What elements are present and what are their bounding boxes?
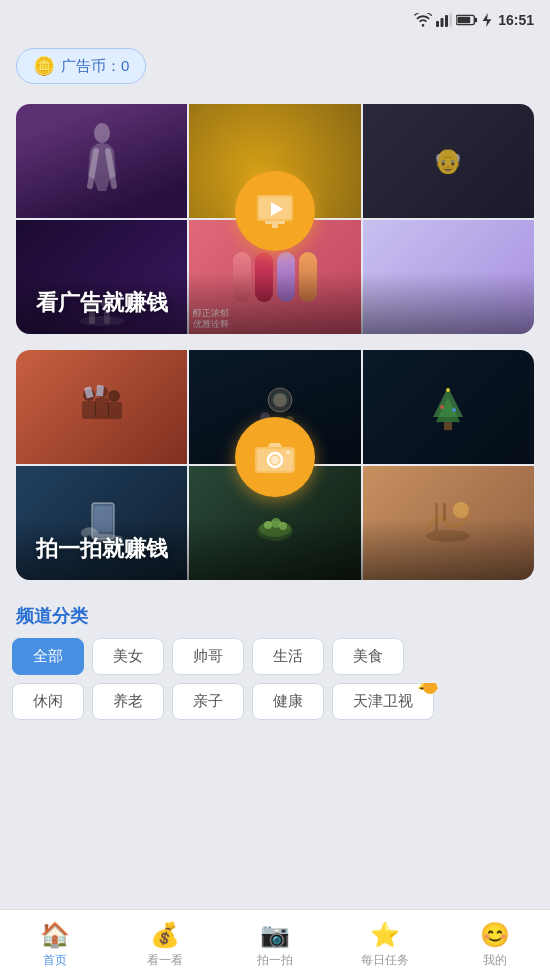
svg-point-28 <box>273 393 287 407</box>
svg-rect-22 <box>82 401 96 419</box>
svg-rect-33 <box>444 422 452 430</box>
filter-btn-handsome[interactable]: 帅哥 <box>172 638 244 675</box>
status-bar: 16:51 <box>0 0 550 40</box>
nav-item-photo[interactable]: 📷 拍一拍 <box>220 915 330 975</box>
svg-rect-52 <box>286 451 290 454</box>
coin-icon: 🪙 <box>33 55 55 77</box>
home-icon: 🏠 <box>40 921 70 949</box>
video-card-label: 看广告就赚钱 <box>16 272 534 334</box>
collage-cell-singer <box>16 104 187 218</box>
svg-rect-16 <box>265 221 285 224</box>
filter-btn-elderly[interactable]: 养老 <box>92 683 164 720</box>
coin-badge: 🪙 广告币：0 <box>16 48 146 84</box>
svg-rect-26 <box>96 385 104 397</box>
nav-label-home: 首页 <box>43 952 67 969</box>
svg-rect-17 <box>272 224 278 228</box>
mine-icon: 😊 <box>480 921 510 949</box>
camera-button[interactable] <box>235 417 315 497</box>
photo-cell-crowd <box>16 350 187 464</box>
filter-btn-life[interactable]: 生活 <box>252 638 324 675</box>
tv-icon <box>255 191 295 231</box>
wifi-icon <box>414 13 432 27</box>
filter-btn-tv[interactable]: 天津卫视 🔔 <box>332 683 434 720</box>
nav-item-home[interactable]: 🏠 首页 <box>0 915 110 975</box>
filter-btn-leisure[interactable]: 休闲 <box>12 683 84 720</box>
watch-icon: 💰 <box>150 921 180 949</box>
signal-icon <box>436 13 452 27</box>
svg-rect-1 <box>441 18 444 27</box>
nav-label-mine: 我的 <box>483 952 507 969</box>
svg-marker-7 <box>483 13 492 27</box>
nav-item-watch[interactable]: 💰 看一看 <box>110 915 220 975</box>
channel-section-title: 频道分类 <box>0 588 550 638</box>
filter-row-2: 休闲 养老 亲子 健康 天津卫视 🔔 <box>0 683 550 720</box>
app-container: 16:51 🪙 广告币：0 <box>0 0 550 808</box>
filter-btn-all[interactable]: 全部 <box>12 638 84 675</box>
nav-label-watch: 看一看 <box>147 952 183 969</box>
svg-point-34 <box>446 388 450 392</box>
filter-btn-family[interactable]: 亲子 <box>172 683 244 720</box>
battery-icon <box>456 14 478 26</box>
filter-btn-food[interactable]: 美食 <box>332 638 404 675</box>
svg-rect-6 <box>458 17 471 23</box>
photo-cell-xmas <box>363 350 534 464</box>
svg-point-45 <box>453 502 469 518</box>
notification-bell-icon: 🔔 <box>417 683 439 692</box>
daily-icon: ⭐ <box>370 921 400 949</box>
nav-item-mine[interactable]: 😊 我的 <box>440 915 550 975</box>
filter-btn-health[interactable]: 健康 <box>252 683 324 720</box>
charging-icon <box>482 13 492 27</box>
bottom-nav: 🏠 首页 💰 看一看 📷 拍一拍 ⭐ 每日任务 😊 我的 <box>0 909 550 979</box>
video-card[interactable]: 👴 <box>16 104 534 334</box>
svg-rect-2 <box>445 15 448 27</box>
photo-card-label: 拍一拍就赚钱 <box>16 518 534 580</box>
svg-rect-3 <box>450 13 453 27</box>
svg-rect-24 <box>108 402 122 419</box>
svg-rect-23 <box>95 398 109 419</box>
svg-rect-5 <box>475 18 477 23</box>
status-icons <box>414 13 492 27</box>
svg-point-21 <box>108 390 120 402</box>
svg-rect-0 <box>436 21 439 27</box>
video-play-button[interactable] <box>235 171 315 251</box>
nav-item-daily[interactable]: ⭐ 每日任务 <box>330 915 440 975</box>
filter-btn-beauty[interactable]: 美女 <box>92 638 164 675</box>
svg-point-36 <box>452 408 456 412</box>
status-time: 16:51 <box>498 12 534 28</box>
collage-cell-elder: 👴 <box>363 104 534 218</box>
svg-point-51 <box>271 456 279 464</box>
nav-label-photo: 拍一拍 <box>257 952 293 969</box>
svg-point-35 <box>440 405 444 409</box>
nav-label-daily: 每日任务 <box>361 952 409 969</box>
camera-icon <box>255 437 295 477</box>
filter-row-1: 全部 美女 帅哥 生活 美食 <box>0 638 550 675</box>
svg-point-8 <box>94 123 110 143</box>
photo-card[interactable]: 拍一拍就赚钱 <box>16 350 534 580</box>
coin-label: 广告币：0 <box>61 57 129 76</box>
photo-nav-icon: 📷 <box>260 921 290 949</box>
content-area: 🪙 广告币：0 <box>0 40 550 808</box>
